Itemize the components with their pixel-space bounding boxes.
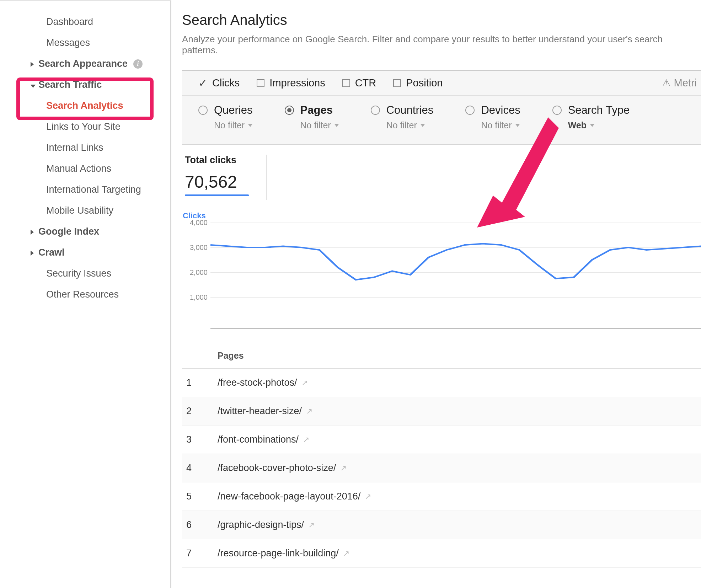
nav-dashboard[interactable]: Dashboard [0, 11, 170, 32]
nav-crawl[interactable]: Crawl [0, 242, 170, 263]
metric-label: CTR [355, 77, 376, 89]
radio-icon [198, 106, 208, 115]
table-row[interactable]: 4/facebook-cover-photo-size/↗ [182, 454, 701, 482]
chart: 1,0002,0003,0004,000 [182, 223, 701, 329]
row-page[interactable]: /twitter-header-size/↗ [218, 406, 701, 417]
page-title: Search Analytics [182, 12, 701, 28]
table-row[interactable]: 5/new-facebook-page-layout-2016/↗ [182, 482, 701, 511]
table-header-row: Pages [182, 343, 701, 369]
table-row[interactable]: 6/graphic-design-tips/↗ [182, 511, 701, 539]
dim-countries[interactable]: Countries No filter [371, 104, 434, 130]
dim-devices[interactable]: Devices No filter [465, 104, 520, 130]
dim-pages[interactable]: Pages No filter [285, 104, 339, 130]
caret-down-icon [421, 124, 425, 127]
nav-label: Search Traffic [38, 79, 102, 90]
table-row[interactable]: 7/resource-page-link-building/↗ [182, 539, 701, 568]
caret-down-icon [335, 124, 339, 127]
metric-label: Impressions [269, 77, 325, 89]
dim-filter[interactable]: No filter [300, 120, 339, 130]
nav-security-issues[interactable]: Security Issues [0, 263, 170, 284]
y-axis-tick: 2,000 [182, 268, 208, 277]
total-clicks-block: Total clicks 70,562 [185, 155, 267, 200]
nav-label: Google Index [38, 226, 99, 237]
table-body: 1/free-stock-photos/↗2/twitter-header-si… [182, 369, 701, 568]
metric-label: Position [406, 77, 443, 89]
nav-search-appearance[interactable]: Search Appearance i [0, 53, 170, 74]
info-icon[interactable]: i [133, 59, 143, 69]
dim-title: Countries [386, 104, 434, 117]
dim-search-type[interactable]: Search Type Web [552, 104, 630, 130]
caret-right-icon [31, 230, 34, 235]
metric-position[interactable]: Position [393, 77, 443, 89]
metric-ctr[interactable]: CTR [342, 77, 376, 89]
dim-title: Devices [481, 104, 520, 117]
row-number: 4 [182, 463, 218, 474]
nav-intl-targeting[interactable]: International Targeting [0, 179, 170, 200]
chart-legend: Clicks [183, 211, 701, 220]
total-underline [185, 194, 249, 196]
checkbox-icon [393, 79, 401, 87]
dim-filter[interactable]: No filter [214, 120, 253, 130]
dim-title: Search Type [568, 104, 630, 117]
external-link-icon[interactable]: ↗ [365, 492, 371, 501]
radio-icon [552, 106, 562, 115]
nav-mobile-usability[interactable]: Mobile Usability [0, 200, 170, 221]
row-page[interactable]: /new-facebook-page-layout-2016/↗ [218, 491, 701, 502]
nav-label: Manual Actions [46, 163, 111, 174]
dim-title: Queries [214, 104, 253, 117]
warning-icon: ⚠ [662, 77, 670, 89]
nav-label: Dashboard [46, 16, 93, 27]
external-link-icon[interactable]: ↗ [340, 464, 347, 473]
nav-label: Search Appearance [38, 58, 128, 69]
metrics-warning[interactable]: ⚠ Metri [662, 77, 697, 89]
metric-impressions[interactable]: Impressions [257, 77, 325, 89]
nav-manual-actions[interactable]: Manual Actions [0, 158, 170, 179]
nav-label: Mobile Usability [46, 205, 113, 216]
external-link-icon[interactable]: ↗ [303, 435, 309, 444]
row-page[interactable]: /resource-page-link-building/↗ [218, 548, 701, 559]
row-page[interactable]: /graphic-design-tips/↗ [218, 519, 701, 530]
total-label: Total clicks [185, 155, 249, 166]
dim-filter[interactable]: Web [568, 120, 630, 130]
nav-google-index[interactable]: Google Index [0, 221, 170, 242]
nav-other-resources[interactable]: Other Resources [0, 284, 170, 305]
nav-label: Internal Links [46, 142, 103, 153]
row-page[interactable]: /font-combinations/↗ [218, 434, 701, 445]
checkmark-icon: ✓ [198, 79, 207, 87]
metrics-bar: ✓ Clicks Impressions CTR Position ⚠ Metr… [182, 70, 701, 96]
nav-search-analytics[interactable]: Search Analytics [0, 95, 170, 116]
row-number: 2 [182, 406, 218, 417]
external-link-icon[interactable]: ↗ [306, 407, 312, 416]
metric-clicks[interactable]: ✓ Clicks [198, 77, 240, 89]
dimensions-bar: Queries No filter Pages No filter Countr… [182, 96, 701, 145]
nav-search-traffic[interactable]: Search Traffic [0, 74, 170, 95]
nav-label: Search Analytics [46, 100, 123, 111]
external-link-icon[interactable]: ↗ [308, 520, 315, 530]
row-page[interactable]: /free-stock-photos/↗ [218, 377, 701, 388]
y-axis-tick: 3,000 [182, 244, 208, 252]
external-link-icon[interactable]: ↗ [301, 378, 308, 387]
radio-icon [371, 106, 380, 115]
nav-messages[interactable]: Messages [0, 32, 170, 53]
nav-internal-links[interactable]: Internal Links [0, 137, 170, 158]
checkbox-icon [257, 79, 264, 87]
nav-label: International Targeting [46, 184, 141, 195]
nav-links-to-site[interactable]: Links to Your Site [0, 116, 170, 137]
table-row[interactable]: 3/font-combinations/↗ [182, 426, 701, 454]
dim-queries[interactable]: Queries No filter [198, 104, 253, 130]
table-row[interactable]: 2/twitter-header-size/↗ [182, 397, 701, 426]
table-row[interactable]: 1/free-stock-photos/↗ [182, 369, 701, 397]
total-value: 70,562 [185, 172, 249, 192]
row-number: 6 [182, 519, 218, 530]
nav-label: Links to Your Site [46, 121, 121, 132]
table-col-pages: Pages [218, 351, 701, 361]
external-link-icon[interactable]: ↗ [343, 549, 349, 558]
y-axis-tick: 4,000 [182, 219, 208, 227]
dim-filter[interactable]: No filter [386, 120, 434, 130]
dim-filter[interactable]: No filter [481, 120, 520, 130]
warning-label: Metri [674, 77, 697, 89]
nav-label: Messages [46, 37, 90, 48]
caret-down-icon [31, 85, 36, 88]
row-page[interactable]: /facebook-cover-photo-size/↗ [218, 463, 701, 474]
page-subtitle: Analyze your performance on Google Searc… [182, 34, 701, 56]
